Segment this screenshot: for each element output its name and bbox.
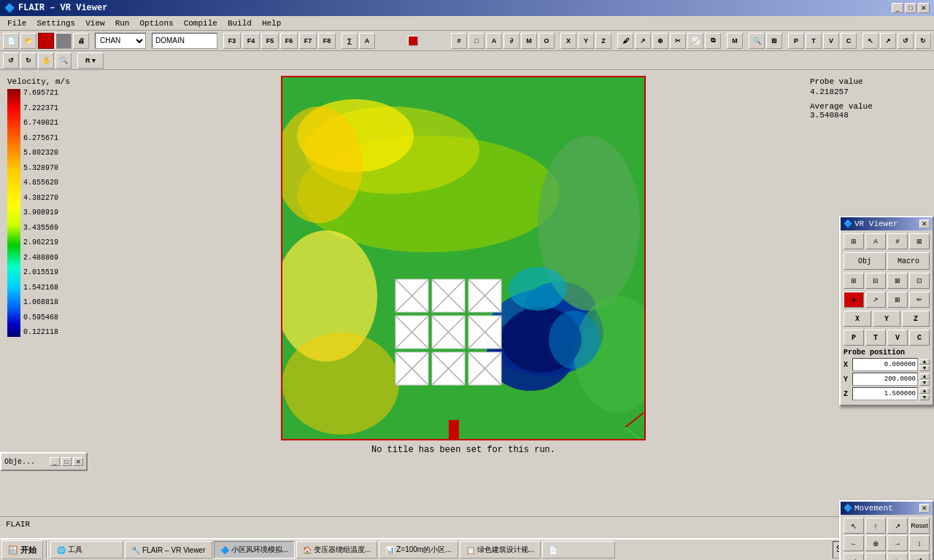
f8-button[interactable]: F8: [318, 33, 336, 49]
sym9-button[interactable]: ↺: [898, 33, 914, 49]
move-left[interactable]: ←: [844, 535, 864, 551]
symbol1-button[interactable]: ∑: [341, 33, 358, 49]
vr-icon-btn-7[interactable]: ⊠: [887, 273, 908, 289]
move-t[interactable]: ↕: [909, 535, 930, 551]
obj-close[interactable]: ✕: [73, 457, 83, 466]
taskbar-item-transformer[interactable]: 📊 Z=100m的小区...: [379, 541, 458, 559]
reset-button[interactable]: Reset: [909, 518, 930, 534]
vr-panel-close-button[interactable]: ✕: [919, 219, 930, 228]
move-downleft[interactable]: ↙: [844, 553, 864, 560]
channel-dropdown[interactable]: CHAN: [95, 33, 146, 49]
move-center[interactable]: ⊕: [865, 535, 886, 551]
movement-panel-close[interactable]: ✕: [919, 504, 930, 513]
move-downright[interactable]: ↘: [887, 553, 908, 560]
probe-z-input[interactable]: [852, 387, 918, 400]
sym10-button[interactable]: ↻: [915, 33, 931, 49]
label-button[interactable]: A: [486, 33, 502, 49]
color1-button[interactable]: [38, 33, 54, 49]
minimize-button[interactable]: _: [892, 3, 903, 13]
p-axis-button[interactable]: P: [844, 330, 864, 346]
taskbar-item-tools[interactable]: 🔧 FLAIR – VR Viewer: [125, 541, 212, 559]
zoom2-button[interactable]: 🔍: [55, 52, 72, 69]
pan-button[interactable]: ✋: [38, 52, 54, 69]
arrow1-button[interactable]: ↗: [635, 33, 651, 49]
p-button[interactable]: P: [788, 33, 804, 49]
zoom-button[interactable]: 🔍: [749, 33, 765, 49]
v-button[interactable]: V: [823, 33, 839, 49]
probe-y-input[interactable]: [852, 373, 918, 386]
probe-z-down[interactable]: ▼: [919, 394, 930, 400]
probe-y-down[interactable]: ▼: [919, 380, 930, 386]
y-axis-button[interactable]: Y: [873, 311, 900, 327]
m2-button[interactable]: M: [727, 33, 743, 49]
probe-x-down[interactable]: ▼: [919, 365, 930, 371]
grid-button[interactable]: #: [451, 33, 467, 49]
move-right[interactable]: →: [887, 535, 908, 551]
taskbar-item-flair[interactable]: 🔷 小区风环境模拟...: [214, 541, 295, 559]
taskbar-item-network[interactable]: 🌐 工具: [50, 541, 123, 559]
start-button[interactable]: 🪟 开始: [1, 540, 43, 559]
move-extra[interactable]: ↺: [909, 553, 930, 560]
vr-icon-btn-6[interactable]: ⊟: [865, 273, 886, 289]
rotate-left[interactable]: ↺: [3, 52, 19, 69]
maximize-button[interactable]: □: [905, 3, 916, 13]
taskbar-item-z100[interactable]: 📋 绿色建筑设计规...: [460, 541, 541, 559]
probe-x-input[interactable]: [852, 358, 918, 371]
t-axis-button[interactable]: T: [865, 330, 886, 346]
arrow2-button[interactable]: ↖: [862, 33, 879, 49]
symbol3-button[interactable]: [408, 36, 418, 46]
domain-field[interactable]: [152, 33, 217, 49]
vr-icon-btn-11[interactable]: ⊠: [887, 292, 908, 308]
new-button[interactable]: 📄: [3, 33, 19, 49]
move-down[interactable]: ↓: [865, 553, 886, 560]
vr-icon-btn-12[interactable]: ✏: [909, 292, 930, 308]
probe-z-up[interactable]: ▲: [919, 388, 930, 394]
chart-button[interactable]: 📈: [687, 33, 703, 49]
f6-button[interactable]: F6: [280, 33, 298, 49]
vr-icon-btn-9[interactable]: ●: [844, 292, 864, 308]
obj-button[interactable]: Obj: [844, 252, 886, 270]
color2-button[interactable]: [55, 33, 72, 49]
m-button[interactable]: M: [521, 33, 537, 49]
t-button[interactable]: T: [806, 33, 822, 49]
menu-compile[interactable]: Compile: [180, 18, 222, 28]
r-button[interactable]: R ▾: [77, 52, 104, 69]
o-button[interactable]: O: [539, 33, 555, 49]
rect-button[interactable]: □: [468, 33, 485, 49]
move-upleft[interactable]: ↖: [844, 518, 864, 534]
y-view-button[interactable]: Y: [578, 33, 594, 49]
menu-settings[interactable]: Settings: [32, 18, 80, 28]
probe-x-up[interactable]: ▲: [919, 359, 930, 365]
brush-button[interactable]: 🖌: [617, 33, 633, 49]
f4-button[interactable]: F4: [242, 33, 260, 49]
v-axis-button[interactable]: V: [887, 330, 908, 346]
open-button[interactable]: 📂: [20, 33, 36, 49]
f5-button[interactable]: F5: [261, 33, 279, 49]
x-view-button[interactable]: X: [560, 33, 576, 49]
probe-y-up[interactable]: ▲: [919, 373, 930, 379]
viewport[interactable]: X Y: [281, 76, 646, 440]
rotate-right[interactable]: ↻: [20, 52, 36, 69]
print-button[interactable]: 🖨: [73, 33, 89, 49]
vr-icon-btn-10[interactable]: ↗: [865, 292, 886, 308]
vr-icon-btn-2[interactable]: A: [865, 233, 886, 249]
menu-file[interactable]: File: [3, 18, 31, 28]
sym4-button[interactable]: ∂: [503, 33, 520, 49]
x-axis-button[interactable]: X: [844, 311, 871, 327]
vr-icon-btn-8[interactable]: ⊡: [909, 273, 930, 289]
symbol2-button[interactable]: A: [359, 33, 375, 49]
vr-icon-btn-1[interactable]: ⊞: [844, 233, 864, 249]
sym5-button[interactable]: ⊕: [652, 33, 668, 49]
vr-icon-btn-5[interactable]: ⊞: [844, 273, 864, 289]
sym8-button[interactable]: ⊞: [766, 33, 782, 49]
close-button[interactable]: ✕: [918, 3, 930, 13]
sym7-button[interactable]: ⧉: [705, 33, 721, 49]
vr-icon-btn-3[interactable]: #: [887, 233, 908, 249]
z-view-button[interactable]: Z: [595, 33, 611, 49]
menu-view[interactable]: View: [81, 18, 109, 28]
obj-minimize[interactable]: _: [50, 457, 60, 466]
f7-button[interactable]: F7: [299, 33, 317, 49]
menu-build[interactable]: Build: [223, 18, 256, 28]
menu-run[interactable]: Run: [111, 18, 134, 28]
f3-button[interactable]: F3: [223, 33, 241, 49]
